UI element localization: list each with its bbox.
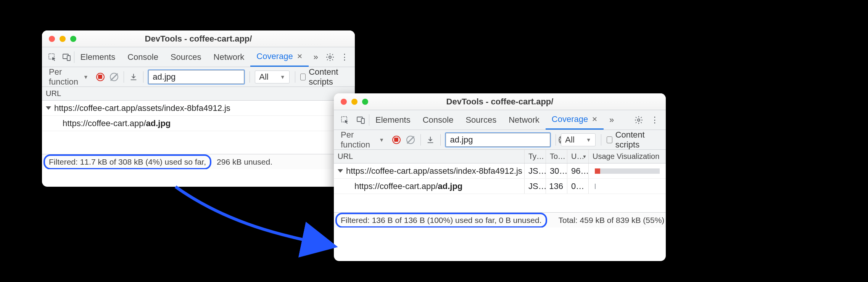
chevron-down-icon: ▼: [280, 74, 285, 80]
filter-field[interactable]: [152, 72, 258, 82]
table-header: URL: [42, 87, 355, 101]
titlebar: DevTools - coffee-cart.app/: [42, 30, 355, 47]
traffic-lights: [334, 99, 375, 105]
content-scripts-checkbox[interactable]: Content scripts: [300, 67, 350, 87]
devtools-window-2: DevTools - coffee-cart.app/ Elements Con…: [334, 93, 666, 261]
filter-field[interactable]: [449, 135, 556, 145]
tab-label: Console: [423, 115, 454, 125]
disclosure-triangle-icon[interactable]: [46, 106, 51, 110]
tab-label: Sources: [171, 52, 201, 62]
sort-desc-icon: ▼: [582, 154, 587, 159]
close-tab-icon[interactable]: ✕: [592, 115, 597, 123]
kebab-menu-icon[interactable]: ⋮: [337, 52, 352, 62]
tab-label: Network: [214, 52, 245, 62]
traffic-lights: [42, 36, 83, 42]
column-total[interactable]: To…: [546, 150, 567, 163]
table-row[interactable]: https://coffee-cart.app/assets/index-8bf…: [334, 163, 666, 179]
maximize-icon[interactable]: [70, 36, 76, 42]
minimize-icon[interactable]: [351, 99, 358, 105]
tab-console[interactable]: Console: [417, 110, 460, 130]
inspect-icon[interactable]: [337, 115, 353, 125]
disclosure-triangle-icon[interactable]: [338, 169, 343, 173]
maximize-icon[interactable]: [362, 99, 368, 105]
content-scripts-checkbox[interactable]: Content scripts: [607, 130, 662, 150]
export-button[interactable]: [129, 72, 138, 82]
close-tab-icon[interactable]: ✕: [297, 52, 303, 61]
checkbox-icon: [607, 136, 612, 143]
url-match: ad.jpg: [146, 119, 171, 128]
type-filter-label: All: [259, 72, 268, 82]
tab-network[interactable]: Network: [208, 47, 251, 67]
tab-coverage[interactable]: Coverage ✕: [250, 47, 308, 67]
table-row[interactable]: https://coffee-cart.app/ad.jpg JS… 136 0…: [334, 179, 666, 194]
tab-coverage[interactable]: Coverage ✕: [546, 110, 604, 130]
coverage-toolbar: Per function ▼ ✕ All ▼ Content scripts: [334, 130, 666, 150]
inspect-icon[interactable]: [45, 53, 60, 62]
more-tabs-icon[interactable]: »: [309, 52, 323, 62]
settings-icon[interactable]: [631, 115, 647, 125]
export-button[interactable]: [426, 135, 435, 145]
column-unused[interactable]: U… ▼: [567, 150, 589, 163]
panel-tabs: Elements Console Sources Network Coverag…: [42, 47, 355, 67]
chevron-down-icon: ▼: [586, 137, 591, 143]
table-header: URL Ty… To… U… ▼ Usage Visualization: [334, 150, 666, 163]
minimize-icon[interactable]: [60, 36, 66, 42]
device-toggle-icon[interactable]: [353, 115, 369, 125]
separator: [420, 134, 421, 146]
column-type[interactable]: Ty…: [525, 150, 546, 163]
url-text: https://coffee-cart.app/: [63, 119, 146, 128]
type-filter-select[interactable]: All ▼: [561, 133, 595, 146]
separator: [440, 134, 441, 146]
clear-button[interactable]: [406, 135, 415, 145]
tab-network[interactable]: Network: [502, 110, 546, 130]
table-body: https://coffee-cart.app/assets/index-8bf…: [334, 163, 666, 194]
close-icon[interactable]: [49, 36, 55, 42]
svg-rect-6: [361, 119, 364, 123]
record-button[interactable]: [96, 72, 105, 82]
url-text: https://coffee-cart.app/assets/index-8bf…: [54, 103, 230, 113]
tab-elements[interactable]: Elements: [369, 110, 417, 130]
table-row[interactable]: https://coffee-cart.app/assets/index-8bf…: [42, 101, 355, 116]
close-icon[interactable]: [341, 99, 347, 105]
checkbox-label: Content scripts: [615, 130, 661, 150]
separator: [143, 71, 143, 83]
column-url[interactable]: URL: [42, 87, 355, 100]
type-filter-label: All: [565, 135, 574, 145]
kebab-menu-icon[interactable]: ⋮: [647, 115, 663, 125]
titlebar: DevTools - coffee-cart.app/: [334, 93, 666, 110]
filtered-status: Filtered: 136 B of 136 B (100%) used so …: [335, 213, 547, 228]
more-tabs-icon[interactable]: »: [604, 115, 620, 125]
separator: [250, 71, 250, 83]
table-row[interactable]: https://coffee-cart.app/ad.jpg: [42, 116, 355, 131]
record-button[interactable]: [392, 135, 401, 145]
column-usage-vis[interactable]: Usage Visualization: [589, 150, 666, 163]
type-filter-select[interactable]: All ▼: [255, 70, 289, 83]
url-filter-input[interactable]: ✕: [148, 70, 244, 84]
usage-bar: [595, 184, 660, 189]
checkbox-label: Content scripts: [309, 67, 350, 87]
tab-sources[interactable]: Sources: [459, 110, 502, 130]
tab-elements[interactable]: Elements: [74, 47, 121, 67]
granularity-label: Per function: [341, 130, 377, 150]
cell-total: 30…: [546, 163, 567, 178]
granularity-select[interactable]: Per function ▼: [338, 129, 386, 151]
total-status: Total: 459 kB of 839 kB (55%) used so fa…: [555, 214, 666, 226]
separator: [601, 134, 601, 146]
cell-type: JS…: [525, 163, 546, 178]
status-bar: Filtered: 136 B of 136 B (100%) used so …: [334, 212, 666, 228]
devtools-window-1: DevTools - coffee-cart.app/ Elements Con…: [42, 30, 355, 187]
device-toggle-icon[interactable]: [60, 53, 74, 62]
settings-icon[interactable]: [323, 53, 337, 62]
separator: [295, 71, 295, 83]
tab-console[interactable]: Console: [121, 47, 164, 67]
clear-button[interactable]: [110, 72, 118, 82]
tab-label: Coverage: [552, 114, 588, 124]
url-filter-input[interactable]: ✕: [446, 133, 550, 147]
url-match: ad.jpg: [438, 181, 463, 191]
svg-rect-2: [67, 56, 70, 61]
tab-sources[interactable]: Sources: [164, 47, 208, 67]
filtered-status: Filtered: 11.7 kB of 308 kB (4%) used so…: [43, 154, 211, 170]
separator: [124, 71, 124, 83]
column-url[interactable]: URL: [334, 150, 525, 163]
granularity-select[interactable]: Per function ▼: [47, 66, 91, 88]
